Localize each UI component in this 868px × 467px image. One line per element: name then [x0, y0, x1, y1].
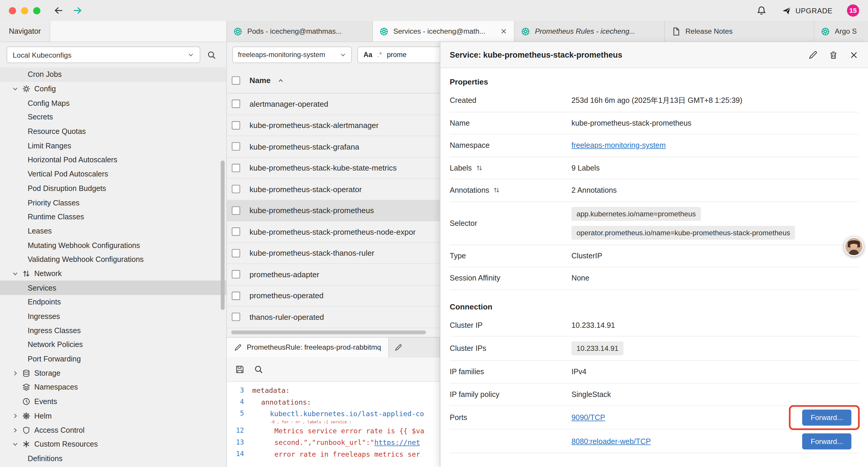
- sidebar-item-validating-webhook-configurations[interactable]: Validating Webhook Configurations: [0, 253, 226, 267]
- namespace-filter[interactable]: freeleaps-monitoring-system: [232, 47, 351, 63]
- sidebar-item-ingress-classes[interactable]: Ingress Classes: [0, 323, 226, 338]
- sidebar-item-horizontal-pod-autoscalers[interactable]: Horizontal Pod Autoscalers: [0, 153, 226, 167]
- sidebar-item-cron-jobs[interactable]: Cron Jobs: [0, 67, 226, 82]
- sidebar-item-mutating-webhook-configurations[interactable]: Mutating Webhook Configurations: [0, 238, 226, 253]
- row-checkbox[interactable]: [232, 121, 240, 129]
- tab-release-notes[interactable]: Release Notes: [665, 21, 814, 41]
- table-row-prometheus-adapter[interactable]: prometheus-adapter: [227, 264, 440, 285]
- sidebar-search-icon[interactable]: [207, 50, 216, 59]
- row-checkbox[interactable]: [232, 313, 240, 321]
- sidebar-item-endpoints[interactable]: Endpoints: [0, 295, 226, 309]
- row-checkbox[interactable]: [232, 164, 240, 172]
- delete-trash-icon[interactable]: [829, 50, 838, 59]
- table-row-alertmanager-operated[interactable]: alertmanager-operated: [227, 93, 440, 115]
- sidebar-item-config[interactable]: Config: [0, 82, 226, 96]
- chevron-right-icon[interactable]: [12, 427, 22, 433]
- chevron-right-icon[interactable]: [12, 370, 22, 376]
- sidebar-item-services[interactable]: Services: [0, 281, 226, 295]
- sidebar-item-namespaces[interactable]: Namespaces: [0, 380, 226, 395]
- table-row-kube-prometheus-stack-alertmanager[interactable]: kube-prometheus-stack-alertmanager: [227, 115, 440, 136]
- sidebar-scrollbar[interactable]: [221, 160, 224, 310]
- row-checkbox[interactable]: [232, 206, 240, 214]
- notifications-bell-icon[interactable]: [756, 6, 766, 16]
- sort-toggle-icon[interactable]: [476, 164, 483, 171]
- upgrade-button[interactable]: UPGRADE: [782, 6, 833, 16]
- sidebar-item-secrets[interactable]: Secrets: [0, 110, 226, 124]
- tab-argo-s[interactable]: Argo S: [814, 21, 868, 41]
- chevron-down-icon[interactable]: [12, 270, 22, 277]
- table-row-kube-prometheus-stack-prometheus-node-ex[interactable]: kube-prometheus-stack-prometheus-node-ex…: [227, 222, 440, 243]
- sidebar-item-events[interactable]: Events: [0, 395, 226, 409]
- sort-ascending-icon[interactable]: [277, 77, 284, 84]
- port-link[interactable]: 8080:reloader-web/TCP: [571, 437, 651, 445]
- chevron-down-icon[interactable]: [12, 85, 22, 92]
- close-icon[interactable]: [849, 50, 859, 59]
- table-row-kube-prometheus-stack-thanos-ruler[interactable]: kube-prometheus-stack-thanos-ruler: [227, 243, 440, 264]
- editor-search-icon[interactable]: [254, 364, 263, 374]
- table-row-thanos-ruler-operated[interactable]: thanos-ruler-operated: [227, 307, 440, 328]
- row-checkbox[interactable]: [232, 185, 240, 193]
- code-text: -0 , for : nr , labels :{ service :: [252, 420, 351, 424]
- zoom-window-button[interactable]: [33, 7, 40, 14]
- row-checkbox[interactable]: [232, 249, 240, 257]
- horizontal-scrollbar[interactable]: [227, 328, 440, 337]
- tab-services-icecheng-math[interactable]: Services - icecheng@math...: [373, 21, 514, 41]
- yaml-editor[interactable]: 3metadata:4annotations:5kubectl.kubernet…: [227, 382, 440, 467]
- sidebar-item-port-forwarding[interactable]: Port Forwarding: [0, 352, 226, 366]
- select-all-checkbox[interactable]: [232, 76, 240, 84]
- sidebar-item-helm[interactable]: Helm: [0, 409, 226, 423]
- regex-toggle[interactable]: .*: [377, 51, 382, 59]
- sidebar-item-config-maps[interactable]: Config Maps: [0, 96, 226, 110]
- sidebar-item-storage[interactable]: Storage: [0, 366, 226, 380]
- horizontal-scrollbar-thumb[interactable]: [231, 330, 426, 334]
- search-input[interactable]: Aa .* prome: [358, 47, 440, 63]
- row-checkbox[interactable]: [232, 291, 240, 300]
- sidebar-item-runtime-classes[interactable]: Runtime Classes: [0, 209, 226, 224]
- sidebar-item-resource-quotas[interactable]: Resource Quotas: [0, 124, 226, 139]
- sidebar-item-vertical-pod-autoscalers[interactable]: Vertical Pod Autoscalers: [0, 167, 226, 181]
- row-checkbox[interactable]: [232, 228, 240, 236]
- table-row-kube-prometheus-stack-grafana[interactable]: kube-prometheus-stack-grafana: [227, 136, 440, 157]
- namespace-link[interactable]: freeleaps-monitoring-system: [571, 141, 665, 150]
- close-window-button[interactable]: [9, 7, 16, 14]
- sidebar-item-network[interactable]: Network: [0, 267, 226, 281]
- match-case-toggle[interactable]: Aa: [363, 51, 372, 59]
- edit-pencil-icon[interactable]: [808, 50, 818, 59]
- row-checkbox[interactable]: [232, 270, 240, 279]
- dock-tab-partial[interactable]: [389, 337, 440, 357]
- tab-prometheus-rules-icecheng[interactable]: Prometheus Rules - icecheng...: [514, 21, 665, 41]
- tab-close-icon[interactable]: [500, 28, 507, 35]
- sidebar-item-network-policies[interactable]: Network Policies: [0, 338, 226, 352]
- sidebar-item-priority-classes[interactable]: Priority Classes: [0, 195, 226, 209]
- notification-count-badge[interactable]: 15: [847, 4, 859, 17]
- table-row-kube-prometheus-stack-operator[interactable]: kube-prometheus-stack-operator: [227, 179, 440, 200]
- table-row-kube-prometheus-stack-kube-state-metrics[interactable]: kube-prometheus-stack-kube-state-metrics: [227, 157, 440, 179]
- row-checkbox[interactable]: [232, 143, 240, 151]
- forward-arrow-icon[interactable]: [72, 5, 83, 16]
- chevron-right-icon[interactable]: [12, 413, 22, 419]
- dock-tab-prometheusrule[interactable]: PrometheusRule: freeleaps-prod-rabbitmq: [227, 337, 389, 357]
- sort-toggle-icon[interactable]: [493, 187, 500, 194]
- name-column-header[interactable]: Name: [249, 76, 270, 85]
- sidebar-item-ingresses[interactable]: Ingresses: [0, 309, 226, 323]
- save-icon[interactable]: [235, 364, 245, 374]
- table-row-prometheus-operated[interactable]: prometheus-operated: [227, 285, 440, 307]
- back-arrow-icon[interactable]: [53, 5, 64, 16]
- sidebar-item-pod-disruption-budgets[interactable]: Pod Disruption Budgets: [0, 181, 226, 195]
- sidebar-item-definitions[interactable]: Definitions: [0, 451, 226, 466]
- tab-pods-icecheng-mathmas[interactable]: Pods - icecheng@mathmas...: [227, 21, 373, 41]
- drawer-header: Service: kube-prometheus-stack-prometheu…: [440, 42, 868, 68]
- sidebar-item-access-control[interactable]: Access Control: [0, 423, 226, 437]
- chevron-down-icon[interactable]: [12, 441, 22, 447]
- row-checkbox[interactable]: [232, 100, 240, 108]
- forward-button[interactable]: Forward...: [802, 409, 851, 425]
- forward-button[interactable]: Forward...: [802, 433, 851, 449]
- kubeconfig-selector[interactable]: Local Kubeconfigs: [6, 47, 200, 63]
- sidebar-item-leases[interactable]: Leases: [0, 224, 226, 238]
- sidebar-item-limit-ranges[interactable]: Limit Ranges: [0, 139, 226, 153]
- table-row-kube-prometheus-stack-prometheus[interactable]: kube-prometheus-stack-prometheus: [227, 200, 440, 222]
- sidebar-item-custom-resources[interactable]: Custom Resources: [0, 437, 226, 451]
- assistant-avatar[interactable]: [844, 237, 864, 256]
- minimize-window-button[interactable]: [21, 7, 28, 14]
- port-link[interactable]: 9090/TCP: [571, 413, 605, 421]
